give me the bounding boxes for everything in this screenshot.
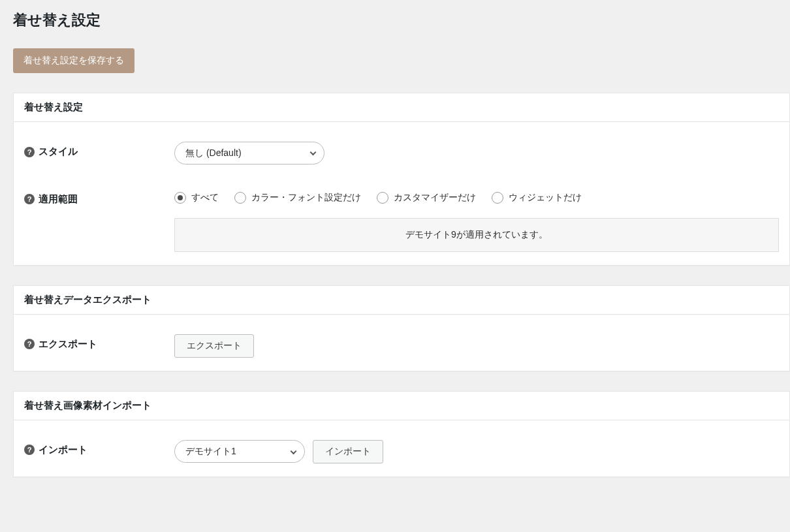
help-icon[interactable]: ? <box>24 339 35 349</box>
scope-option-label: カラー・フォント設定だけ <box>251 192 361 204</box>
scope-radio-group: すべて カラー・フォント設定だけ カスタマイザーだけ ウィジェットだけ <box>174 189 779 204</box>
radio-icon <box>377 192 388 204</box>
scope-option-label: カスタマイザーだけ <box>394 192 476 204</box>
import-box-title: 着せ替え画像素材インポート <box>24 399 779 412</box>
style-select[interactable]: 無し (Default) <box>174 142 324 164</box>
export-row: ? エクスポート エクスポート <box>24 322 779 358</box>
import-label: インポート <box>39 444 87 456</box>
export-box-header: 着せ替えデータエクスポート <box>14 286 789 315</box>
import-box-header: 着せ替え画像素材インポート <box>14 392 789 420</box>
settings-box: 着せ替え設定 ? スタイル 無し (Default) ? 適用範囲 <box>13 93 790 266</box>
export-box: 着せ替えデータエクスポート ? エクスポート エクスポート <box>13 285 790 371</box>
page-title: 着せ替え設定 <box>13 10 790 30</box>
scope-option-all[interactable]: すべて <box>174 192 219 204</box>
scope-option-color-font[interactable]: カラー・フォント設定だけ <box>234 192 361 204</box>
help-icon[interactable]: ? <box>24 147 35 157</box>
radio-icon <box>492 192 503 204</box>
import-row: ? インポート デモサイト1 インポート <box>24 428 779 463</box>
applied-notice: デモサイト9が適用されています。 <box>174 218 779 252</box>
export-button[interactable]: エクスポート <box>174 334 254 358</box>
export-label: エクスポート <box>39 338 97 351</box>
style-select-wrap[interactable]: 無し (Default) <box>174 142 324 164</box>
scope-label: 適用範囲 <box>39 193 78 206</box>
scope-row: ? 適用範囲 すべて カラー・フォント設定だけ カスタマイザーだけ <box>24 164 779 252</box>
import-button[interactable]: インポート <box>313 440 383 463</box>
radio-icon <box>174 192 186 204</box>
radio-icon <box>234 192 246 204</box>
save-button[interactable]: 着せ替え設定を保存する <box>13 48 134 73</box>
scope-option-widget[interactable]: ウィジェットだけ <box>492 192 582 204</box>
settings-box-title: 着せ替え設定 <box>24 101 779 114</box>
export-box-title: 着せ替えデータエクスポート <box>24 294 779 306</box>
import-select[interactable]: デモサイト1 <box>174 440 305 463</box>
help-icon[interactable]: ? <box>24 194 35 204</box>
settings-box-header: 着せ替え設定 <box>14 93 789 122</box>
import-box: 着せ替え画像素材インポート ? インポート デモサイト1 インポート <box>13 391 790 477</box>
scope-option-label: すべて <box>191 192 219 204</box>
help-icon[interactable]: ? <box>24 445 35 455</box>
import-select-wrap[interactable]: デモサイト1 <box>174 440 305 463</box>
scope-option-customizer[interactable]: カスタマイザーだけ <box>377 192 476 204</box>
scope-option-label: ウィジェットだけ <box>509 192 582 204</box>
style-label: スタイル <box>39 146 78 158</box>
style-row: ? スタイル 無し (Default) <box>24 130 779 164</box>
